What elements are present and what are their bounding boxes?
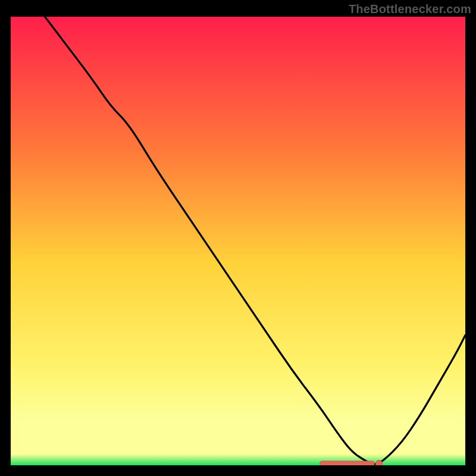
optimal-range-marker <box>320 460 383 465</box>
optimal-range-bar <box>320 461 375 465</box>
chart-frame: TheBottlenecker.com <box>0 0 476 476</box>
optimal-point-dot <box>375 460 382 465</box>
gradient-background <box>11 17 465 465</box>
bottleneck-curve-plot <box>11 17 465 465</box>
watermark-text: TheBottlenecker.com <box>349 2 471 16</box>
plot-area <box>11 17 465 465</box>
